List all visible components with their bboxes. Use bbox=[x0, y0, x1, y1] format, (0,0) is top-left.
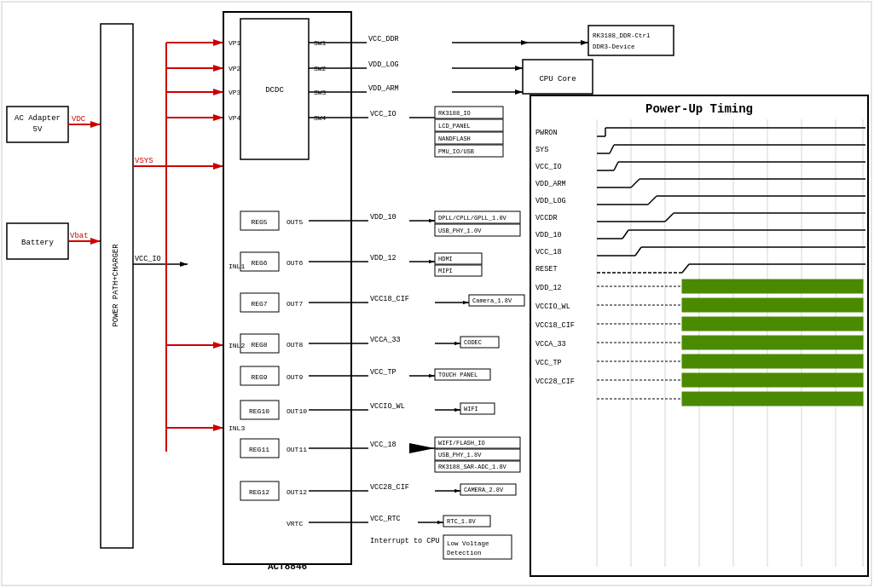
touch-panel-label: TOUCH PANEL bbox=[438, 372, 478, 378]
ddr3-device-label: DDR3-Device bbox=[593, 43, 635, 50]
timing-vcc-tp-label: VCC_TP bbox=[535, 359, 562, 367]
timing-vcc-io-label: VCC_IO bbox=[535, 163, 562, 171]
mipi-label: MIPI bbox=[438, 268, 453, 274]
vcc-tp-label: VCC_TP bbox=[370, 368, 396, 377]
reg7-label: REG7 bbox=[251, 300, 267, 308]
timing-vccio-wl-label: VCCIO_WL bbox=[535, 303, 570, 311]
vp2-label: VP2 bbox=[229, 65, 241, 72]
timing-reset-label: RESET bbox=[535, 265, 558, 274]
svg-rect-126 bbox=[682, 392, 863, 406]
timing-vdd-arm-label: VDD_ARM bbox=[535, 180, 566, 188]
dpll-cpll-label: DPLL/CPLL/GPLL_1.0V bbox=[438, 215, 507, 222]
vsys-label: VSYS bbox=[135, 157, 153, 165]
rk3188-io-label: RK3188_IO bbox=[438, 110, 471, 117]
vcca-33-label: VCCA_33 bbox=[370, 336, 401, 344]
svg-text:5V: 5V bbox=[33, 125, 43, 134]
inl2-label: INL2 bbox=[229, 342, 245, 349]
out8-label: OUT8 bbox=[287, 341, 303, 349]
rtc-18-label: RTC_1.8V bbox=[447, 518, 476, 525]
cpu-core-label: CPU Core bbox=[539, 75, 576, 84]
out7-label: OUT7 bbox=[287, 300, 303, 308]
act8846-label: ACT8846 bbox=[268, 562, 307, 572]
detection-label: Detection bbox=[447, 550, 482, 556]
vrtc-label: VRTC bbox=[287, 520, 303, 527]
svg-rect-122 bbox=[682, 355, 863, 368]
dcdc-label: DCDC bbox=[265, 86, 284, 95]
inl3-label: INL3 bbox=[229, 424, 245, 432]
wifi-label: WIFI bbox=[464, 406, 478, 412]
timing-vdd-12-label: VDD_12 bbox=[535, 284, 562, 292]
svg-rect-120 bbox=[682, 336, 863, 349]
vccio-wl-label: VCCIO_WL bbox=[370, 402, 405, 411]
vbat-label: Vbat bbox=[70, 232, 89, 240]
svg-rect-124 bbox=[682, 373, 863, 387]
vcc-rtc-label: VCC_RTC bbox=[370, 515, 401, 523]
vcc-io-signal-label: VCC_IO bbox=[135, 255, 161, 263]
reg12-label: REG12 bbox=[249, 488, 269, 496]
schematic-diagram: AC Adapter 5V VDC Battery Vbat POWER PAT… bbox=[0, 0, 874, 588]
usb-phy-18-label: USB_PHY_1.8V bbox=[438, 452, 482, 458]
vdd-10-label: VDD_10 bbox=[370, 213, 396, 222]
power-path-label: POWER PATH+CHARGER bbox=[112, 244, 120, 327]
battery-label: Battery bbox=[21, 239, 54, 247]
out6-label: OUT6 bbox=[287, 259, 303, 267]
svg-rect-114 bbox=[682, 280, 863, 293]
hdmi-label: HDMI bbox=[438, 256, 453, 262]
vcc-io-out-label: VCC_IO bbox=[370, 110, 396, 118]
out11-label: OUT11 bbox=[287, 446, 307, 453]
vp1-label: VP1 bbox=[229, 39, 241, 47]
wifi-flash-io-label: WIFI/FLASH_IO bbox=[438, 440, 485, 447]
out10-label: OUT10 bbox=[287, 407, 307, 415]
rk3188-ddr-ctrl-label: RK3188_DDR-Ctrl bbox=[593, 32, 651, 39]
reg9-label: REG9 bbox=[251, 373, 267, 381]
vdd-arm-label: VDD_ARM bbox=[368, 84, 399, 93]
inl1-label: INL1 bbox=[229, 262, 245, 270]
reg8-label: REG8 bbox=[251, 341, 267, 349]
svg-rect-116 bbox=[682, 298, 863, 312]
pmu-io-usb-label: PMU_IO/USB bbox=[438, 148, 474, 155]
vdd-log-label: VDD_LOG bbox=[368, 61, 399, 69]
out9-label: OUT9 bbox=[287, 373, 303, 381]
camera-18-label: Camera_1.8V bbox=[472, 297, 512, 304]
timing-vcca-33-label: VCCA_33 bbox=[535, 340, 566, 349]
timing-vdd-log-label: VDD_LOG bbox=[535, 197, 566, 205]
vcc18-cif-label: VCC18_CIF bbox=[370, 295, 409, 303]
reg10-label: REG10 bbox=[249, 407, 269, 415]
timing-vcc18-cif-label: VCC18_CIF bbox=[535, 321, 575, 330]
timing-pwron-label: PWRON bbox=[535, 129, 558, 137]
svg-rect-31 bbox=[588, 26, 674, 55]
reg5-label: REG5 bbox=[251, 218, 267, 226]
reg11-label: REG11 bbox=[249, 446, 269, 453]
out12-label: OUT12 bbox=[287, 488, 307, 496]
usb-phy-label: USB_PHY_1.0V bbox=[438, 228, 482, 234]
lcd-panel-label: LCD_PANEL bbox=[438, 123, 471, 130]
reg6-label: REG6 bbox=[251, 259, 267, 267]
timing-sys-label: SYS bbox=[535, 146, 548, 154]
vp4-label: VP4 bbox=[229, 114, 241, 122]
vcc28-cif-label: VCC28_CIF bbox=[370, 483, 409, 492]
timing-vcc28-cif-label: VCC28_CIF bbox=[535, 378, 575, 386]
power-up-timing-title: Power-Up Timing bbox=[645, 102, 753, 116]
vcc-ddr-label: VCC_DDR bbox=[368, 35, 399, 43]
camera-28-label: CAMERA_2.8V bbox=[464, 487, 504, 493]
codec-label: CODEC bbox=[464, 339, 482, 346]
vdd-12-out6-label: VDD_12 bbox=[370, 254, 396, 262]
vdc-label: VDC bbox=[72, 115, 86, 124]
svg-rect-118 bbox=[682, 317, 863, 331]
interrupt-label: Interrupt to CPU bbox=[370, 537, 440, 545]
low-voltage-label: Low Voltage bbox=[447, 540, 489, 547]
svg-rect-4 bbox=[7, 107, 68, 142]
vcc-18-label: VCC_18 bbox=[370, 441, 396, 449]
ac-adapter-label: AC Adapter bbox=[14, 114, 61, 123]
timing-vdd-10-label: VDD_10 bbox=[535, 231, 562, 239]
nandflash-label: NANDFLASH bbox=[438, 135, 471, 142]
timing-vcc-18-label: VCC_18 bbox=[535, 248, 562, 257]
timing-vccdr-label: VCCDR bbox=[535, 214, 558, 222]
vp3-label: VP3 bbox=[229, 89, 241, 96]
out5-label: OUT5 bbox=[287, 218, 303, 226]
rk3188-sar-label: RK3188_SAR-ADC_1.8V bbox=[438, 464, 507, 470]
